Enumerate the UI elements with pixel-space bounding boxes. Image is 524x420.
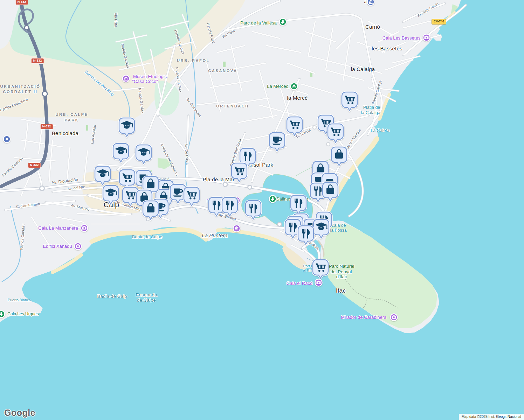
- shopping-bag-marker[interactable]: [330, 146, 349, 167]
- label-la-calalga: la Calalga: [351, 66, 375, 72]
- label-avinguda-de-felipe-vi: Avinguda de Felipe VI: [159, 142, 179, 176]
- label-partida-canuta-i: Partida Canuta I: [20, 224, 26, 251]
- shopping-bag-marker[interactable]: [321, 181, 340, 203]
- school-marker[interactable]: [111, 142, 130, 164]
- map-attribution: Map data ©2025 Inst. Geogr. Nacional: [459, 414, 524, 420]
- label-via-pista: Via Pista: [113, 13, 118, 27]
- label-av-dels-carrió: Av. dels Carrió: [417, 2, 439, 18]
- label-urbanització: URBANITZACIÓ: [0, 84, 41, 89]
- label-benicolada: Benicolada: [52, 131, 78, 136]
- label-casa-cocó[interactable]: "Casa Cocó": [132, 79, 158, 84]
- label-cala-la-manzanera[interactable]: Cala La Manzanera: [38, 226, 78, 231]
- label-las-adelfas: Las Adelfas: [90, 125, 97, 144]
- label-partida-garduix: Partida Garduix: [173, 29, 185, 55]
- label-ortenbach: ORTENBACH: [216, 104, 249, 108]
- label-la-caleta: La Caleta: [371, 128, 389, 133]
- cafe-marker[interactable]: [268, 131, 287, 153]
- label-barranc-del-pou-roig: Barranc del Pou Roig: [84, 70, 115, 96]
- label-de-calpe: de Calpe: [137, 298, 156, 303]
- map-overlay: Carrióles Bassetesla Calalgala MercéBeni…: [0, 0, 524, 420]
- school-marker[interactable]: [117, 117, 136, 138]
- road-shield-n-332: N-332: [40, 124, 53, 130]
- label-casanova: CASANOVA: [208, 69, 237, 73]
- supermarket-cart-marker[interactable]: [182, 186, 201, 208]
- label-c-san-fermín: C. San Fermín: [16, 202, 40, 209]
- museum-icon[interactable]: [121, 74, 131, 83]
- label-parc-de-la-vallesa[interactable]: Parc de la Vallesa: [240, 21, 277, 26]
- label-corralet-ii: CORRALET II: [3, 90, 38, 94]
- civic-building-icon[interactable]: [366, 0, 375, 7]
- label-ifac: Ifac: [336, 288, 346, 294]
- label-les-bassetes: les Bassetes: [372, 46, 402, 52]
- label-via-pista: Via Pista: [221, 29, 236, 39]
- label-partida-garduix: Partida Garduix: [120, 43, 130, 69]
- park-icon[interactable]: [268, 194, 277, 204]
- label-urb-calpe: URB. CALPE: [55, 112, 88, 117]
- road-shield-n-332: N-332: [31, 58, 44, 64]
- road-shield-n-332: N-332: [28, 162, 41, 168]
- label-cala-les-urques[interactable]: Cala Les Urques: [7, 312, 39, 316]
- poi-icon[interactable]: [2, 134, 12, 144]
- label-puerto-blanco: Puerto Blanco: [8, 298, 31, 302]
- label-cala-el-racó[interactable]: Cala el Racó: [287, 281, 312, 286]
- label-mirador-de-carabiners[interactable]: Mirador de Carabiners: [341, 315, 386, 320]
- label-la-merced[interactable]: La Merced: [267, 84, 288, 89]
- label-bahía-de-calpe: Bahía de Calpe: [132, 235, 162, 240]
- label-partida-garduix: Partida Garduix: [174, 67, 183, 93]
- label-la-mercé: la Mercé: [287, 95, 308, 101]
- label-ensenada: Ensenada: [136, 293, 157, 298]
- label-av-masnou: Av. Masnou: [70, 203, 90, 212]
- museum-icon[interactable]: [232, 224, 241, 233]
- label-edifici-xanadú[interactable]: Edifici Xanadú: [43, 244, 72, 249]
- label-platja-de: Platja de: [363, 105, 380, 110]
- road-shield-cv-746: CV-746: [432, 19, 446, 24]
- supermarket-cart-marker[interactable]: [285, 115, 304, 137]
- google-map[interactable]: Carrióles Bassetesla Calalgala MercéBeni…: [0, 0, 524, 420]
- restaurant-marker[interactable]: [244, 199, 263, 221]
- label-cala-les-bassetes[interactable]: Cala Les Bassetes: [382, 36, 420, 41]
- photo-spot-icon[interactable]: [422, 33, 431, 42]
- label-badia-de-calp: Badia de Calp: [97, 294, 127, 299]
- supermarket-cart-marker[interactable]: [326, 122, 345, 144]
- photo-spot-icon[interactable]: [389, 313, 399, 322]
- label-partida-estación-ii: Partida Estación II: [0, 98, 29, 113]
- google-logo[interactable]: Google: [4, 408, 35, 418]
- school-marker[interactable]: [101, 184, 120, 206]
- photo-spot-icon[interactable]: [80, 223, 89, 233]
- school-marker[interactable]: [134, 144, 153, 165]
- supermarket-cart-marker[interactable]: [311, 258, 330, 280]
- restaurant-marker[interactable]: [296, 224, 315, 246]
- park-icon[interactable]: [0, 309, 6, 319]
- label-urb-rafol: URB. RAFOL: [177, 58, 210, 63]
- shopping-bag-marker[interactable]: [141, 200, 160, 221]
- supermarket-cart-marker[interactable]: [230, 162, 249, 183]
- label-partida-estación: Partida Estación: [1, 156, 24, 177]
- attribution-text: Map data ©2025 Inst. Geogr. Nacional: [462, 415, 521, 419]
- photo-spot-icon[interactable]: [73, 241, 83, 251]
- label-av-casanova: Av. Casanova: [185, 97, 202, 118]
- label-la-puntera: La Puntera: [202, 233, 227, 239]
- label-partida-garduix: Partida Garduix: [137, 88, 145, 114]
- school-marker[interactable]: [93, 165, 112, 187]
- label-av-del-nte: Av. del Nte.: [67, 185, 86, 191]
- park-icon[interactable]: [278, 17, 288, 27]
- road-shield-n-332: N-332: [15, 0, 28, 5]
- label-partida-rafol: Partida Rafol: [206, 22, 215, 44]
- supermarket-cart-marker[interactable]: [340, 91, 359, 112]
- label-carrió: Carrió: [365, 24, 380, 30]
- label-av-diputación: Av. Diputación: [51, 177, 78, 185]
- label-d'ifac[interactable]: d'Ifac: [336, 274, 347, 279]
- label-partida-calalga: Partida Calalga: [371, 80, 382, 105]
- label-parc-natural[interactable]: Parc Natural: [329, 264, 354, 269]
- label-park: PARK: [65, 118, 79, 122]
- label-la-calalga: la Calalga: [361, 111, 380, 115]
- restaurant-marker[interactable]: [220, 196, 239, 218]
- label-el-ra: el Ra: [303, 269, 312, 273]
- campground-icon[interactable]: [289, 82, 299, 91]
- label-av-de-rusia: Av. De Rusia: [184, 144, 189, 165]
